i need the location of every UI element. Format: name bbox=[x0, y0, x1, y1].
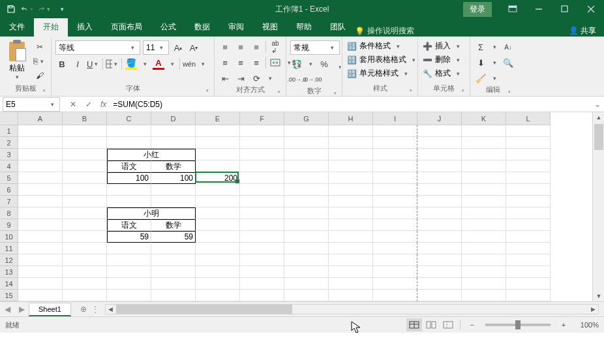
col-header-J[interactable]: J bbox=[417, 112, 462, 125]
cell-C14[interactable] bbox=[107, 278, 151, 290]
cell-E4[interactable] bbox=[196, 160, 240, 172]
cell-K3[interactable] bbox=[462, 149, 506, 160]
cell-J4[interactable] bbox=[417, 160, 462, 172]
row-header-13[interactable]: 13 bbox=[0, 266, 18, 278]
cell-I4[interactable] bbox=[373, 160, 417, 172]
cell-K2[interactable] bbox=[462, 137, 506, 149]
cell-H9[interactable] bbox=[329, 219, 373, 231]
cell-D9[interactable]: 数学 bbox=[151, 219, 196, 231]
cut-icon[interactable]: ✂ bbox=[33, 40, 47, 53]
cell-I5[interactable] bbox=[373, 172, 417, 184]
cell-I9[interactable] bbox=[373, 219, 417, 231]
cell-L5[interactable] bbox=[506, 172, 551, 184]
tab-insert[interactable]: 插入 bbox=[68, 18, 102, 37]
cell-K15[interactable] bbox=[462, 290, 506, 301]
cell-H8[interactable] bbox=[329, 207, 373, 219]
enter-formula-icon[interactable]: ✓ bbox=[81, 97, 97, 112]
row-header-14[interactable]: 14 bbox=[0, 278, 18, 290]
wrap-text-icon[interactable]: ab↲ bbox=[269, 40, 282, 53]
cell-A12[interactable] bbox=[18, 254, 63, 266]
cell-B9[interactable] bbox=[63, 219, 107, 231]
col-header-F[interactable]: F bbox=[240, 112, 284, 125]
cell-D15[interactable] bbox=[151, 290, 196, 301]
cell-E15[interactable] bbox=[196, 290, 240, 301]
cell-G13[interactable] bbox=[284, 266, 329, 278]
normal-view-icon[interactable] bbox=[406, 318, 422, 331]
cell-C6[interactable] bbox=[107, 184, 151, 196]
cell-G10[interactable] bbox=[284, 231, 329, 243]
cell-E6[interactable] bbox=[196, 184, 240, 196]
cell-A14[interactable] bbox=[18, 278, 63, 290]
zoom-thumb[interactable] bbox=[515, 320, 521, 329]
shrink-font-icon[interactable]: A▾ bbox=[187, 41, 200, 54]
cell-H13[interactable] bbox=[329, 266, 373, 278]
format-cells-button[interactable]: 🔧格式▾ bbox=[422, 68, 462, 79]
cell-E14[interactable] bbox=[196, 278, 240, 290]
font-size-combo[interactable]: 11▾ bbox=[143, 40, 169, 55]
cell-E9[interactable] bbox=[196, 219, 240, 231]
fill-color-icon[interactable]: 🪣 bbox=[125, 57, 138, 70]
cell-B4[interactable] bbox=[63, 160, 107, 172]
cell-G14[interactable] bbox=[284, 278, 329, 290]
cell-J9[interactable] bbox=[417, 219, 462, 231]
cell-L7[interactable] bbox=[506, 196, 551, 207]
cell-E8[interactable] bbox=[196, 207, 240, 219]
cell-J5[interactable] bbox=[417, 172, 462, 184]
save-icon[interactable] bbox=[4, 2, 18, 16]
italic-icon[interactable]: I bbox=[71, 57, 84, 70]
horizontal-scrollbar[interactable]: ◀ ▶ bbox=[105, 304, 599, 314]
cell-B8[interactable] bbox=[63, 207, 107, 219]
cell-J15[interactable] bbox=[417, 290, 462, 301]
cell-F6[interactable] bbox=[240, 184, 284, 196]
tell-me-search[interactable]: 💡 操作说明搜索 bbox=[355, 25, 414, 37]
formula-input[interactable] bbox=[110, 98, 591, 111]
decrease-decimal-icon[interactable]: .0→.00 bbox=[306, 73, 319, 86]
align-middle-icon[interactable]: ≡ bbox=[234, 40, 247, 53]
cell-B7[interactable] bbox=[63, 196, 107, 207]
clear-icon[interactable]: 🧹 bbox=[474, 72, 487, 85]
cell-L9[interactable] bbox=[506, 219, 551, 231]
row-header-6[interactable]: 6 bbox=[0, 184, 18, 196]
fx-icon[interactable]: fx bbox=[100, 100, 106, 109]
cell-H1[interactable] bbox=[329, 125, 373, 137]
cell-D2[interactable] bbox=[151, 137, 196, 149]
sheet-tab[interactable]: Sheet1 bbox=[29, 303, 71, 316]
cell-C7[interactable] bbox=[107, 196, 151, 207]
cell-J1[interactable] bbox=[417, 125, 462, 137]
cell-C10[interactable]: 59 bbox=[107, 231, 151, 243]
cell-A15[interactable] bbox=[18, 290, 63, 301]
cell-C5[interactable]: 100 bbox=[107, 172, 151, 184]
cell-A7[interactable] bbox=[18, 196, 63, 207]
cell-G9[interactable] bbox=[284, 219, 329, 231]
cell-L1[interactable] bbox=[506, 125, 551, 137]
close-icon[interactable] bbox=[578, 0, 604, 18]
cell-G6[interactable] bbox=[284, 184, 329, 196]
cell-I15[interactable] bbox=[373, 290, 417, 301]
cells-area[interactable]: 小红语文数学100100200小明语文数学5959 bbox=[18, 125, 551, 301]
cell-E3[interactable] bbox=[196, 149, 240, 160]
scroll-left-icon[interactable]: ◀ bbox=[106, 305, 116, 314]
cell-H14[interactable] bbox=[329, 278, 373, 290]
cell-E1[interactable] bbox=[196, 125, 240, 137]
expand-formula-bar-icon[interactable]: ⌄ bbox=[591, 100, 604, 109]
cell-K14[interactable] bbox=[462, 278, 506, 290]
cancel-formula-icon[interactable]: ✕ bbox=[65, 97, 81, 112]
find-icon[interactable]: 🔍 bbox=[502, 56, 515, 69]
cell-L15[interactable] bbox=[506, 290, 551, 301]
vertical-scrollbar[interactable]: ▲ ▼ bbox=[592, 112, 604, 301]
cell-B1[interactable] bbox=[63, 125, 107, 137]
row-header-7[interactable]: 7 bbox=[0, 196, 18, 207]
cell-E2[interactable] bbox=[196, 137, 240, 149]
cell-J3[interactable] bbox=[417, 149, 462, 160]
cell-I10[interactable] bbox=[373, 231, 417, 243]
redo-icon[interactable]: ▾ bbox=[38, 2, 52, 16]
align-top-icon[interactable]: ≡ bbox=[219, 40, 232, 53]
cell-J12[interactable] bbox=[417, 254, 462, 266]
cell-C1[interactable] bbox=[107, 125, 151, 137]
tab-file[interactable]: 文件 bbox=[0, 18, 34, 37]
cell-A4[interactable] bbox=[18, 160, 63, 172]
cell-B6[interactable] bbox=[63, 184, 107, 196]
cell-H6[interactable] bbox=[329, 184, 373, 196]
cell-D6[interactable] bbox=[151, 184, 196, 196]
cell-I14[interactable] bbox=[373, 278, 417, 290]
